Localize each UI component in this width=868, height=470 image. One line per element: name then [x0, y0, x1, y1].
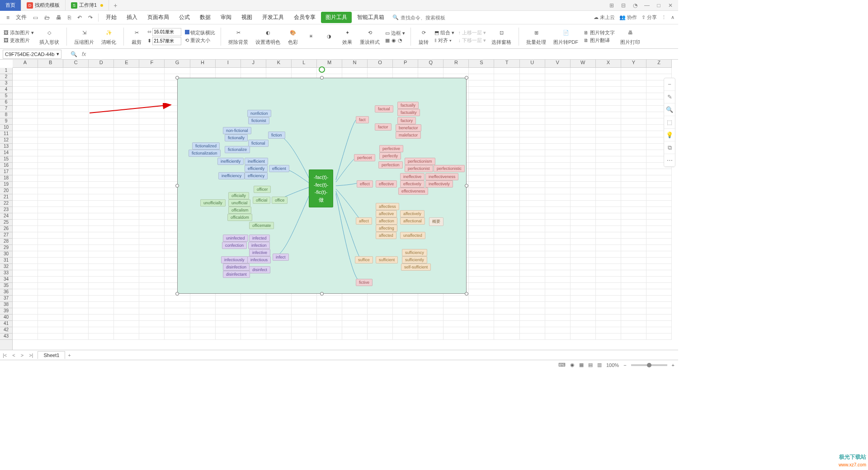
row-header[interactable]: 6: [0, 99, 12, 106]
col-header[interactable]: P: [393, 60, 418, 67]
col-header[interactable]: L: [292, 60, 317, 67]
col-header[interactable]: T: [494, 60, 519, 67]
row-header[interactable]: 34: [0, 277, 12, 283]
float-zoom-icon[interactable]: 🔍: [664, 103, 675, 116]
color-button[interactable]: 🎨色彩: [286, 27, 300, 46]
row-header[interactable]: 8: [0, 112, 12, 118]
sheet-last-icon[interactable]: >|: [26, 352, 36, 358]
col-header[interactable]: A: [13, 60, 38, 67]
row-header[interactable]: 22: [0, 201, 12, 207]
brightness-icon[interactable]: ☀: [304, 31, 318, 42]
col-header[interactable]: Y: [621, 60, 646, 67]
row-header[interactable]: 1: [0, 68, 12, 74]
soft-icon[interactable]: ◔: [398, 38, 402, 43]
row-header[interactable]: 38: [0, 302, 12, 308]
layer-down-button[interactable]: ↓ 下移一层 ▾: [458, 37, 486, 44]
row-header[interactable]: 7: [0, 106, 12, 112]
col-header[interactable]: X: [596, 60, 621, 67]
tab-workbook[interactable]: S工作簿1: [66, 0, 109, 11]
add-image-button[interactable]: 🖼 添加图片 ▾: [4, 29, 34, 36]
insert-shape-button[interactable]: ◇插入形状: [38, 27, 61, 46]
row-header[interactable]: 28: [0, 239, 12, 245]
col-header[interactable]: Z: [646, 60, 672, 67]
remove-bg-button[interactable]: ✂抠除背景: [226, 27, 250, 46]
zoom-out-icon[interactable]: −: [623, 362, 626, 368]
command-search-input[interactable]: [401, 15, 455, 20]
row-header[interactable]: 35: [0, 283, 12, 289]
col-header[interactable]: Q: [418, 60, 443, 67]
row-header[interactable]: 32: [0, 264, 12, 270]
row-header[interactable]: 43: [0, 334, 12, 340]
maximize-icon[interactable]: □: [655, 2, 663, 9]
change-image-button[interactable]: 🖼 更改图片: [4, 37, 34, 44]
row-header[interactable]: 4: [0, 87, 12, 93]
cloud-status[interactable]: ☁ 未上云: [594, 14, 615, 21]
float-more-icon[interactable]: ⋯: [664, 154, 675, 167]
sheet-first-icon[interactable]: |<: [0, 352, 9, 358]
col-header[interactable]: K: [266, 60, 292, 67]
to-text-button[interactable]: 🗎 图片转文字: [584, 29, 615, 36]
height-input[interactable]: [152, 37, 181, 45]
col-header[interactable]: I: [216, 60, 241, 67]
sheet-next-icon[interactable]: >: [18, 352, 26, 358]
crop-button[interactable]: ✂裁剪: [129, 27, 144, 46]
enhance-button[interactable]: ✨清晰化: [99, 27, 118, 46]
compress-button[interactable]: ⇲压缩图片: [72, 27, 96, 46]
row-header[interactable]: 40: [0, 315, 12, 321]
row-header[interactable]: 9: [0, 118, 12, 125]
float-edit-icon[interactable]: ✎: [664, 91, 675, 103]
layout-icon[interactable]: ⊞: [608, 2, 616, 9]
row-header[interactable]: 12: [0, 137, 12, 144]
select-pane-button[interactable]: ⊡选择窗格: [490, 27, 513, 46]
shadow-icon[interactable]: ▦: [385, 38, 390, 43]
row-header[interactable]: 20: [0, 188, 12, 194]
to-pdf-button[interactable]: 📄图片转PDF: [552, 27, 580, 46]
row-header[interactable]: 11: [0, 131, 12, 137]
col-header[interactable]: E: [114, 60, 139, 67]
menu-insert[interactable]: 插入: [122, 12, 142, 23]
layer-up-button[interactable]: ↑ 上移一层 ▾: [458, 29, 486, 36]
name-box[interactable]: C9F754DE-2CAD-44b▾: [3, 50, 61, 59]
col-header[interactable]: S: [469, 60, 494, 67]
col-header[interactable]: O: [368, 60, 393, 67]
row-header[interactable]: 19: [0, 182, 12, 188]
row-header[interactable]: 18: [0, 175, 12, 182]
width-input[interactable]: [152, 28, 181, 36]
row-header[interactable]: 26: [0, 226, 12, 232]
save-icon[interactable]: 🖶: [53, 13, 64, 23]
row-header[interactable]: 33: [0, 270, 12, 277]
expand-icon[interactable]: ∧: [671, 14, 675, 20]
open-icon[interactable]: 🗁: [42, 13, 52, 23]
float-idea-icon[interactable]: 💡: [664, 129, 675, 141]
col-header[interactable]: V: [545, 60, 571, 67]
row-header[interactable]: 42: [0, 327, 12, 334]
contrast-icon[interactable]: ◑: [322, 31, 336, 42]
view-break-icon[interactable]: ▥: [597, 362, 602, 367]
tab-add[interactable]: +: [109, 2, 122, 9]
reset-size-button[interactable]: ⟲ 重设大小: [185, 37, 215, 44]
col-header[interactable]: D: [89, 60, 114, 67]
skin-icon[interactable]: ◔: [631, 2, 639, 9]
row-header[interactable]: 10: [0, 125, 12, 131]
translate-button[interactable]: 🗎 图片翻译: [584, 37, 615, 44]
row-header[interactable]: 3: [0, 80, 12, 87]
col-header[interactable]: W: [571, 60, 596, 67]
view-eye-icon[interactable]: ◉: [570, 362, 575, 367]
row-header[interactable]: 31: [0, 258, 12, 264]
row-header[interactable]: 37: [0, 296, 12, 302]
menu-formula[interactable]: 公式: [175, 12, 194, 23]
row-header[interactable]: 39: [0, 308, 12, 315]
collab-button[interactable]: 👥 协作: [619, 14, 637, 21]
close-icon[interactable]: ✕: [666, 2, 675, 9]
batch-button[interactable]: ⊞批量处理: [524, 27, 548, 46]
rotate-button[interactable]: ⟳旋转: [416, 27, 431, 46]
new-icon[interactable]: ▭: [30, 13, 41, 23]
menu-layout[interactable]: 页面布局: [143, 12, 174, 23]
float-crop-icon[interactable]: ⬚: [664, 116, 675, 129]
input-mode-icon[interactable]: ⌨: [558, 362, 566, 367]
row-header[interactable]: 5: [0, 93, 12, 99]
menu-hamburger-icon[interactable]: ≡: [4, 13, 12, 23]
col-header[interactable]: G: [165, 60, 190, 67]
row-header[interactable]: 15: [0, 156, 12, 163]
formula-input[interactable]: [90, 50, 678, 59]
